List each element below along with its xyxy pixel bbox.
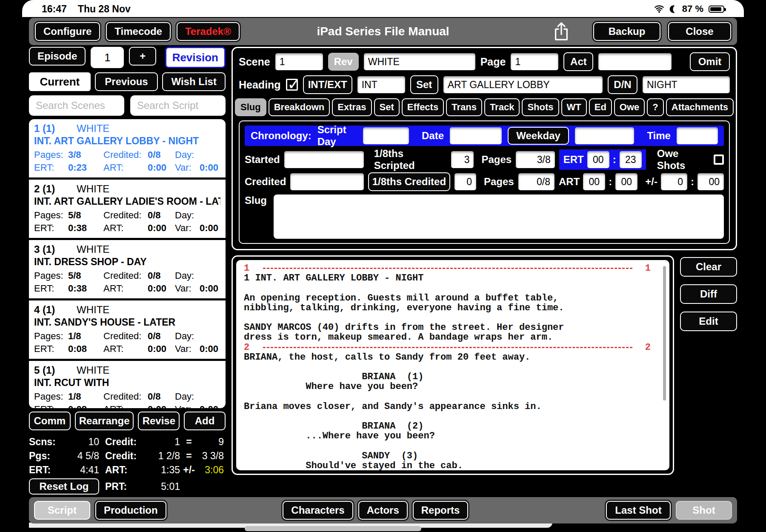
scene-list-item[interactable]: 4 (1)WHITEINT. SANDY'S HOUSE - LATERPage… [29,300,226,361]
add-button[interactable]: Add [184,412,226,430]
last-shot-button[interactable]: Last Shot [606,501,671,520]
started-input[interactable] [284,151,364,168]
reset-log-button[interactable]: Reset Log [29,478,99,495]
rev-color-input[interactable]: WHITE [364,53,475,70]
revision-marker-line: 22 [244,343,668,352]
credited-label: Credited [245,176,286,188]
scene-list-item[interactable]: 5 (1)WHITEINT. RCUT WITHPages:1/8Credite… [29,361,226,408]
characters-button[interactable]: Characters [283,501,353,520]
set-input[interactable]: ART GALLERY LOBBY [443,76,603,93]
scene-number: 1 (1) [34,123,77,134]
int-ext-input[interactable]: INT [357,76,405,93]
scene-list-item[interactable]: 2 (1)WHITEINT. ART GALLERY LADIE'S ROOM … [29,180,226,240]
script-day-input[interactable] [363,127,409,144]
diff-button[interactable]: Diff [680,284,737,304]
credited-input[interactable] [290,173,363,190]
configure-button[interactable]: Configure [35,22,100,41]
comm-button[interactable]: Comm [29,412,71,430]
art-minutes-input[interactable]: 00 [615,173,637,190]
scene-stats: Pages:3/8Credited:0/8Day:ERT:0:23ART:0:0… [34,149,220,173]
rearrange-button[interactable]: Rearrange [75,412,134,430]
art-group: ART 00 : 00 +/- 0 : 00 [559,173,724,190]
ert-label: ERT [563,154,584,166]
slug-textarea[interactable] [274,194,724,239]
search-scenes-input[interactable] [29,95,124,116]
script-line [244,412,668,421]
eighths-scripted-input[interactable]: 3 [451,151,474,168]
scene-list[interactable]: 1 (1)WHITEINT. ART GALLERY LOBBY - NIGHT… [29,119,226,408]
pages-scripted-input[interactable]: 3/8 [516,151,555,168]
close-button[interactable]: Close [668,22,731,41]
teradek-button[interactable]: Teradek® [177,22,240,41]
set-button[interactable]: Set [410,75,438,94]
time-label: Time [647,130,671,142]
tab-current[interactable]: Current [29,72,91,91]
tab-set[interactable]: Set [374,98,400,116]
variance-minutes-input[interactable]: 00 [697,173,724,190]
tab-extras[interactable]: Extras [332,98,372,116]
scene-list-item[interactable]: 3 (1)WHITEINT. DRESS SHOP - DAYPages:5/8… [29,240,226,300]
revision-button[interactable]: Revision [165,47,226,68]
timecode-button[interactable]: Timecode [106,22,171,41]
shot-button[interactable]: Shot [676,501,732,520]
clear-button[interactable]: Clear [680,257,737,277]
pages-credited-input[interactable]: 0/8 [518,173,554,190]
act-input[interactable] [598,53,672,70]
weekday-input[interactable] [575,127,635,144]
owe-shots-checkbox[interactable] [714,154,724,165]
ert-minutes-input[interactable]: 23 [620,151,642,168]
eighths-credited-button[interactable]: 1/8ths Credited [368,172,450,191]
variance-hours-input[interactable]: 0 [661,173,687,190]
production-button[interactable]: Production [95,501,166,520]
omit-button[interactable]: Omit [690,52,730,71]
tab-ed[interactable]: Ed [589,98,612,116]
tab-trans[interactable]: Trans [446,98,482,116]
tab-effects[interactable]: Effects [402,98,444,116]
scene-stats: Pages:5/8Credited:0/8Day:ERT:0:38ART:0:0… [34,270,220,294]
tab-track[interactable]: Track [484,98,520,116]
script-mode-button[interactable]: Script [34,501,90,520]
page-number-input[interactable]: 1 [511,53,558,70]
tab-wish-list[interactable]: Wish List [162,72,226,91]
script-page[interactable]: 111 INT. ART GALLERY LOBBY - NIGHT An op… [236,260,669,470]
heading-checkbox[interactable] [286,79,298,91]
tab-shots[interactable]: Shots [522,98,559,116]
tab-attachments[interactable]: Attachments [666,98,734,116]
script-line: Should've stayed in the cab. [244,461,668,470]
day-night-input[interactable]: NIGHT [643,76,730,93]
pages-scripted-label: Pages [481,154,512,166]
share-icon[interactable] [552,21,570,42]
art-hours-input[interactable]: 00 [583,173,605,190]
battery-percent: 87 % [682,3,703,14]
scene-heading: INT. ART GALLERY LOBBY - NIGHT [34,135,220,147]
tab-breakdown[interactable]: Breakdown [269,98,330,116]
scene-revision-color: WHITE [77,243,109,255]
scene-number-input[interactable]: 1 [275,53,323,70]
day-night-button[interactable]: D/N [608,75,637,94]
episode-button[interactable]: Episode [29,47,86,66]
episode-number-input[interactable]: 1 [91,47,124,68]
ipad-screen: 16:47 Thu 28 Nov 87 % iPad Series [0,0,766,532]
tab-owe[interactable]: Owe [614,98,645,116]
actors-button[interactable]: Actors [358,501,408,520]
add-episode-button[interactable]: + [129,47,156,66]
reports-button[interactable]: Reports [413,501,469,520]
time-input[interactable] [677,127,718,144]
scene-list-item[interactable]: 1 (1)WHITEINT. ART GALLERY LOBBY - NIGHT… [29,119,226,180]
backup-button[interactable]: Backup [593,22,660,41]
tab-wt[interactable]: WT [561,98,587,116]
tab-previous[interactable]: Previous [95,72,158,91]
weekday-button[interactable]: Weekday [508,127,569,145]
script-scrollbar[interactable] [663,266,666,400]
revise-button[interactable]: Revise [138,412,180,430]
act-button[interactable]: Act [563,52,593,71]
tab-slug[interactable]: Slug [235,98,266,116]
rev-button[interactable]: Rev [328,53,359,71]
int-ext-button[interactable]: INT/EXT [303,75,352,94]
edit-button[interactable]: Edit [680,312,737,331]
date-input[interactable] [450,127,502,144]
tab-help[interactable]: ? [647,98,663,116]
search-script-input[interactable] [130,95,226,116]
eighths-credited-input[interactable]: 0 [454,173,476,190]
ert-hours-input[interactable]: 00 [587,151,609,168]
